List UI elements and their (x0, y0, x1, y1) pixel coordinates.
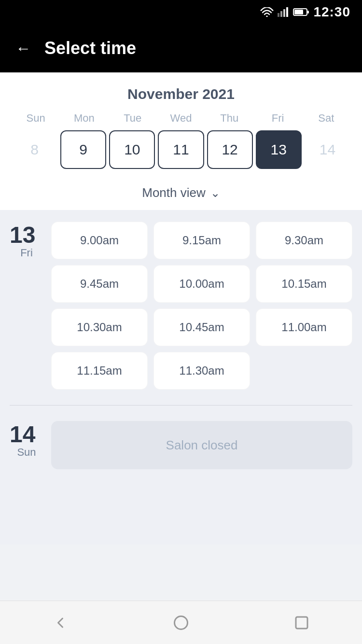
back-nav-icon (52, 614, 69, 631)
day-14-name: Sun (10, 446, 43, 459)
calendar-section: November 2021 Sun Mon Tue Wed Thu Fri Sa… (0, 72, 362, 210)
status-time: 12:30 (313, 4, 350, 20)
nav-recents-button[interactable] (287, 608, 316, 637)
date-12[interactable]: 12 (207, 130, 253, 169)
date-9[interactable]: 9 (60, 130, 106, 169)
date-11[interactable]: 11 (158, 130, 204, 169)
slot-10-45am[interactable]: 10.45am (153, 308, 250, 346)
timeslots-section: 13 Fri 9.00am 9.15am 9.30am 9.45am 10.00… (0, 210, 362, 545)
weekday-sat: Sat (302, 112, 350, 125)
salon-closed-text: Salon closed (166, 438, 238, 453)
svg-point-8 (175, 616, 188, 629)
nav-back-button[interactable] (46, 608, 75, 637)
nav-home-button[interactable] (167, 608, 195, 637)
weekday-sun: Sun (12, 112, 60, 125)
weekday-fri: Fri (253, 112, 302, 125)
svg-rect-4 (286, 7, 288, 17)
day-13-info: 13 Fri (10, 222, 43, 259)
slot-10-15am[interactable]: 10.15am (256, 265, 352, 303)
day-14-number: 14 (10, 423, 43, 446)
page-title: Select time (44, 38, 136, 58)
header: ← Select time (0, 24, 362, 72)
day-divider (10, 405, 352, 406)
date-13[interactable]: 13 (256, 130, 302, 169)
signal-icon (278, 7, 289, 17)
slot-9-30am[interactable]: 9.30am (256, 222, 352, 259)
slot-11-00am[interactable]: 11.00am (256, 308, 352, 346)
weekday-row: Sun Mon Tue Wed Thu Fri Sat (12, 112, 350, 125)
slot-11-30am[interactable]: 11.30am (153, 352, 250, 390)
chevron-down-icon: ⌄ (210, 186, 220, 200)
weekday-thu: Thu (205, 112, 253, 125)
svg-rect-7 (307, 11, 309, 14)
svg-rect-2 (280, 11, 282, 17)
weekday-wed: Wed (157, 112, 205, 125)
day-13-number: 13 (10, 224, 43, 247)
svg-rect-6 (294, 10, 303, 14)
slot-9-00am[interactable]: 9.00am (51, 222, 148, 259)
date-14[interactable]: 14 (305, 130, 350, 169)
svg-rect-3 (283, 9, 285, 17)
recents-nav-icon (293, 614, 310, 631)
day-14-closed-block: Salon closed (51, 421, 352, 469)
slot-9-15am[interactable]: 9.15am (153, 222, 250, 259)
status-icons: 12:30 (260, 4, 350, 20)
date-10[interactable]: 10 (109, 130, 155, 169)
month-view-toggle[interactable]: Month view ⌄ (12, 179, 350, 210)
weekday-tue: Tue (109, 112, 157, 125)
date-8[interactable]: 8 (12, 130, 57, 169)
svg-point-0 (266, 15, 268, 17)
day-14-block: 14 Sun Salon closed (10, 421, 352, 469)
day-13-block: 13 Fri 9.00am 9.15am 9.30am 9.45am 10.00… (10, 222, 352, 390)
wifi-icon (260, 7, 274, 17)
slot-10-00am[interactable]: 10.00am (153, 265, 250, 303)
month-view-label: Month view (142, 185, 206, 200)
battery-icon (293, 7, 309, 17)
back-button[interactable]: ← (15, 40, 31, 57)
month-label: November 2021 (12, 86, 350, 102)
bottom-nav (0, 601, 362, 644)
dates-row: 8 9 10 11 12 13 14 (12, 130, 350, 169)
slot-9-45am[interactable]: 9.45am (51, 265, 148, 303)
weekday-mon: Mon (60, 112, 108, 125)
salon-closed-box: Salon closed (51, 421, 352, 469)
day-13-slots: 9.00am 9.15am 9.30am 9.45am 10.00am 10.1… (51, 222, 352, 390)
status-bar: 12:30 (0, 0, 362, 24)
slot-11-15am[interactable]: 11.15am (51, 352, 148, 390)
home-nav-icon (172, 614, 190, 631)
svg-rect-9 (296, 617, 307, 629)
slot-10-30am[interactable]: 10.30am (51, 308, 148, 346)
day-13-name: Fri (10, 247, 43, 259)
svg-rect-1 (278, 13, 279, 17)
day-14-info: 14 Sun (10, 421, 43, 459)
